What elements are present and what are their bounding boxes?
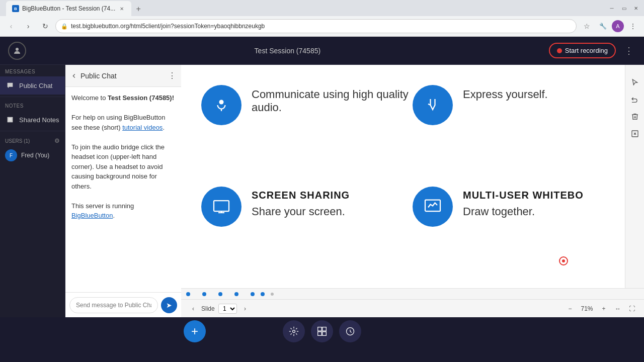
svg-rect-14 <box>318 327 322 331</box>
fullscreen-btn[interactable]: ⛶ <box>626 303 638 315</box>
messages-section-header: MESSAGES <box>0 65 65 76</box>
svg-point-0 <box>16 48 19 51</box>
svg-rect-17 <box>323 332 327 336</box>
browser-actions: ☆ 🔧 A ⋮ <box>580 19 640 33</box>
audio-desc: Communicate using high quality audio. <box>252 88 413 114</box>
sidebar-item-public-chat[interactable]: Public Chat <box>0 76 65 95</box>
svg-rect-15 <box>323 327 327 331</box>
action-btn-3[interactable] <box>339 320 361 342</box>
action-btn-2[interactable] <box>311 320 333 342</box>
tab-favicon: B <box>12 5 19 12</box>
screenshare-circle <box>201 187 242 227</box>
sidebar-divider-1 <box>0 97 65 97</box>
delete-btn[interactable] <box>627 109 642 124</box>
record-label: Start recording <box>565 47 608 54</box>
profile-btn[interactable]: A <box>612 20 624 32</box>
forward-btn[interactable]: › <box>21 19 35 33</box>
gestures-desc: Express yourself. <box>463 88 548 101</box>
top-bar-left <box>8 42 26 60</box>
tutorial-link[interactable]: tutorial videos <box>122 124 163 131</box>
back-btn[interactable]: ‹ <box>4 19 18 33</box>
settings-btn[interactable]: ⋮ <box>626 19 640 33</box>
bottom-controls <box>283 320 361 342</box>
session-title: Test Session (74585) <box>255 47 321 55</box>
slide-nav-bar: ‹ Slide 1 › − 71% + ↔ ⛶ <box>181 299 644 317</box>
chat-header: Public Chat ⋮ <box>65 65 181 87</box>
user-icon-btn[interactable] <box>8 42 26 60</box>
cursor-tool-btn[interactable] <box>627 75 642 90</box>
next-slide-btn[interactable]: › <box>239 303 251 315</box>
fit-btn[interactable]: ↔ <box>612 303 624 315</box>
record-btn[interactable]: Start recording <box>549 43 616 58</box>
slide-dot-3[interactable] <box>218 292 222 296</box>
welcome-prefix: Welcome to <box>71 94 108 102</box>
chat-back-btn[interactable] <box>70 72 77 79</box>
svg-point-4 <box>219 100 224 105</box>
whiteboard-desc: Draw together. <box>463 205 584 218</box>
slide-cell-screenshare: SCREEN SHARING Share your screen. <box>201 176 413 278</box>
slide-dots-bar <box>181 288 644 299</box>
restore-btn[interactable]: ▭ <box>620 4 628 12</box>
sidebar-item-shared-notes[interactable]: Shared Notes <box>0 111 65 129</box>
shared-notes-label: Shared Notes <box>19 116 59 124</box>
bookmark-btn[interactable]: ☆ <box>580 19 594 33</box>
slide-page-select[interactable]: 1 <box>218 304 237 314</box>
action-btn-1[interactable] <box>283 320 305 342</box>
slide-dot-5[interactable] <box>251 292 255 296</box>
chat-input[interactable] <box>69 297 158 313</box>
send-btn[interactable]: ➤ <box>161 297 177 313</box>
minimize-btn[interactable]: ─ <box>608 4 616 12</box>
reload-btn[interactable]: ↻ <box>38 19 52 33</box>
users-section-header: USERS (1) <box>5 138 30 144</box>
chat-panel: Public Chat ⋮ Welcome to Test Session (7… <box>65 65 181 317</box>
slide-nav-right: − 71% + ↔ ⛶ <box>564 303 638 315</box>
zoom-in-btn[interactable]: + <box>598 303 610 315</box>
address-bar[interactable]: 🔒 test.bigbluebutton.org/html5client/joi… <box>55 19 577 33</box>
fab-icon: + <box>191 324 198 338</box>
slide-area: Communicate using high quality audio. Ex… <box>181 65 644 317</box>
chat-more-btn[interactable]: ⋮ <box>168 71 176 80</box>
top-bar-center: Test Session (74585) <box>26 47 549 55</box>
slide-dot-1[interactable] <box>186 292 190 296</box>
public-chat-label: Public Chat <box>19 82 52 89</box>
annotation-btn[interactable] <box>627 126 642 141</box>
server-prefix: This server is running <box>71 202 134 210</box>
chat-messages: Welcome to Test Session (74585)! For hel… <box>65 87 181 292</box>
zoom-out-btn[interactable]: − <box>564 303 576 315</box>
title-bar: B BigBlueButton - Test Session (74... ✕ … <box>0 0 644 16</box>
new-tab-btn[interactable]: + <box>131 2 145 16</box>
slide-nav-left: ‹ Slide 1 › <box>187 303 251 315</box>
slide-dot-2[interactable] <box>202 292 206 296</box>
right-toolbar <box>625 65 644 288</box>
welcome-message: Welcome to Test Session (74585)! For hel… <box>71 93 175 221</box>
bigbluebutton-link[interactable]: BigBlueButton <box>71 212 113 219</box>
user-item: F Fred (You) <box>0 146 65 164</box>
screenshare-title: SCREEN SHARING <box>252 190 350 201</box>
audio-text: To join the audio bridge click the heads… <box>71 143 165 190</box>
users-header: USERS (1) ⚙ <box>0 133 65 146</box>
more-btn[interactable]: ⋮ <box>622 44 636 58</box>
lock-icon: 🔒 <box>61 23 68 30</box>
send-icon: ➤ <box>166 301 172 309</box>
whiteboard-cell-text: MULTI-USER WHITEBO Draw together. <box>463 187 584 218</box>
fab-btn[interactable]: + <box>184 320 206 342</box>
extension-btn[interactable]: 🔧 <box>596 19 610 33</box>
slide-dot-7[interactable] <box>271 293 274 296</box>
slide-dot-6[interactable] <box>261 292 265 296</box>
svg-rect-6 <box>214 201 229 211</box>
svg-point-13 <box>293 330 295 333</box>
undo-btn[interactable] <box>627 92 642 107</box>
slide-content: Communicate using high quality audio. Ex… <box>181 65 644 288</box>
screenshare-cell-text: SCREEN SHARING Share your screen. <box>252 187 350 218</box>
slide-cell-gestures: Express yourself. <box>413 75 624 176</box>
prev-slide-btn[interactable]: ‹ <box>187 303 199 315</box>
slide-cell-audio: Communicate using high quality audio. <box>201 75 413 176</box>
users-gear-icon[interactable]: ⚙ <box>54 137 60 144</box>
svg-rect-1 <box>8 117 13 123</box>
tab-close-btn[interactable]: ✕ <box>118 5 125 12</box>
slide-dot-4[interactable] <box>234 292 238 296</box>
top-bar: Test Session (74585) Start recording ⋮ <box>0 37 644 65</box>
close-btn[interactable]: ✕ <box>632 4 640 12</box>
active-tab[interactable]: B BigBlueButton - Test Session (74... ✕ <box>6 1 131 16</box>
bottom-action-bar: + <box>0 317 644 345</box>
